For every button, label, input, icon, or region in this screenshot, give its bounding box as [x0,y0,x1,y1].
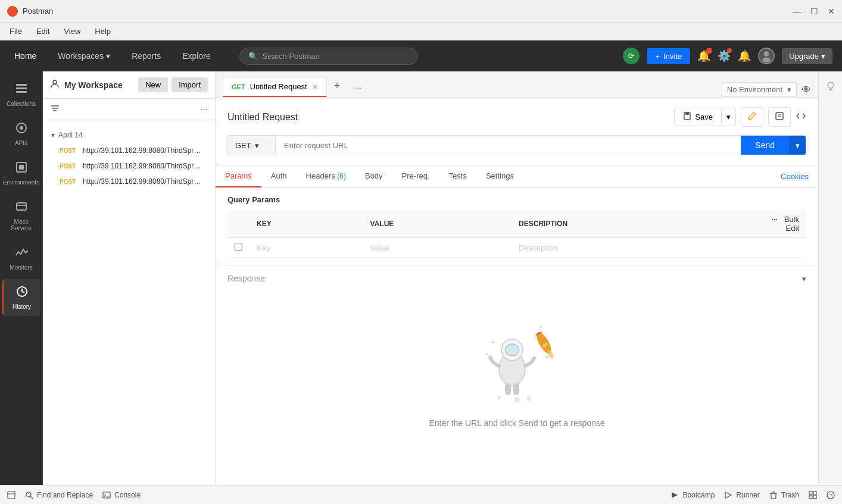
row-key[interactable]: Key [250,238,363,258]
import-button[interactable]: Import [171,77,208,92]
table-row: Key Value Description [227,238,806,258]
response-collapse-button[interactable]: ▾ [802,274,806,283]
method-badge-1: POST [57,162,78,170]
grid-icon[interactable] [809,491,817,499]
menu-file[interactable]: File [7,26,24,37]
method-label: GET [235,141,251,150]
row-check[interactable] [227,238,250,258]
code-icon[interactable] [796,111,806,124]
find-replace-button[interactable]: Find and Replace [25,491,93,499]
apis-label: APIs [15,140,27,146]
menu-edit[interactable]: Edit [34,26,52,37]
help-icon[interactable]: ? [827,491,835,499]
history-item-2[interactable]: POST http://39.101.162.99:8080/ThirdSpri… [43,174,215,189]
history-item-1[interactable]: POST http://39.101.162.99:8080/ThirdSpri… [43,158,215,174]
svg-point-35 [487,353,488,355]
headers-label: Headers [306,171,338,180]
sidebar-item-apis[interactable]: APIs [2,115,40,152]
row-value[interactable]: Value [363,238,512,258]
edit-request-button[interactable] [741,107,763,127]
response-section: Response ▾ [216,265,818,458]
find-replace-label: Find and Replace [37,491,93,499]
tab-close-button[interactable]: ✕ [312,83,318,91]
trash-button[interactable]: Trash [769,491,799,499]
cookies-link[interactable]: Cookies [771,166,818,187]
svg-rect-27 [513,383,519,395]
sidebar-item-mock-servers[interactable]: Mock Servers [2,194,40,237]
method-select[interactable]: GET ▾ [228,136,276,155]
sidebar-item-environments[interactable]: Environments [2,155,40,192]
send-button[interactable]: Send [741,136,789,155]
more-options-icon[interactable]: ··· [771,215,777,224]
nav-home[interactable]: Home [10,49,41,63]
tab-auth[interactable]: Auth [261,165,297,187]
environment-dropdown[interactable]: No Environment ▾ [722,82,797,97]
history-item-0[interactable]: POST http://39.101.162.99:8080/ThirdSpri… [43,143,215,158]
new-tab-button[interactable]: + [327,75,348,97]
save-dropdown-button[interactable]: ▾ [722,108,736,126]
nav-reports[interactable]: Reports [127,49,166,63]
key-placeholder: Key [257,243,270,252]
docs-button[interactable] [768,107,791,127]
send-dropdown-button[interactable]: ▾ [789,136,806,155]
history-collapse-icon[interactable]: ▾ [51,131,55,139]
search-box[interactable]: 🔍 Search Postman [239,48,418,65]
row-description[interactable]: Description [512,238,759,258]
environments-icon [15,161,28,177]
nav-workspaces[interactable]: Workspaces ▾ [53,49,115,63]
key-col-header: KEY [250,210,363,238]
sidebar-item-collections[interactable]: Collections [2,76,40,113]
history-date: ▾ April 14 [43,127,215,143]
mock-servers-label: Mock Servers [6,218,37,231]
settings-badge [727,48,732,53]
save-button[interactable]: Save [674,108,722,126]
tab-headers[interactable]: Headers (6) [297,165,355,187]
env-name: No Environment [727,85,782,94]
workspaces-chevron-icon: ▾ [106,51,110,61]
env-eye-icon[interactable]: 👁 [802,84,811,95]
bootcamp-button[interactable]: Bootcamp [671,491,715,499]
svg-rect-20 [776,112,783,120]
row-checkbox[interactable] [235,243,242,251]
svg-rect-55 [809,496,812,499]
filter-icon[interactable] [50,104,60,115]
new-button[interactable]: New [138,77,168,92]
minimize-button[interactable]: — [793,7,801,16]
settings-icon[interactable]: ⚙️ [718,49,731,62]
response-empty-state: Enter the URL and click Send to get a re… [227,292,806,458]
request-area: Untitled Request Save ▾ [216,98,818,165]
avatar[interactable] [758,48,775,64]
upgrade-button[interactable]: Upgrade ▾ [782,48,832,64]
console-button[interactable]: Console [102,491,141,499]
workspace-title: My Workspace [50,79,123,90]
sidebar-toolbar: ··· [43,99,215,120]
url-input[interactable] [276,136,741,155]
nav-explore[interactable]: Explore [177,49,215,63]
menu-help[interactable]: Help [92,26,113,37]
tab-params[interactable]: Params [216,165,261,187]
close-button[interactable]: ✕ [828,7,835,16]
lightbulb-icon[interactable] [821,76,841,99]
sidebar-more-icon[interactable]: ··· [200,104,208,115]
runner-button[interactable]: Runner [724,491,759,499]
save-icon [683,112,691,122]
tab-bar: GET Untitled Request ✕ + ··· No Environm… [216,71,818,98]
active-tab[interactable]: GET Untitled Request ✕ [223,77,327,97]
tab-more-button[interactable]: ··· [347,78,369,97]
bulk-edit-button[interactable]: Bulk Edit [784,215,799,233]
tab-method: GET [232,83,245,90]
workspace-person-icon [50,79,60,90]
updates-icon[interactable]: 🔔 [738,49,751,62]
sidebar-item-history[interactable]: History [2,279,40,316]
sidebar-item-monitors[interactable]: Monitors [2,240,40,277]
notification-icon[interactable]: 🔔 [697,49,710,62]
tab-tests[interactable]: Tests [439,165,476,187]
tab-body[interactable]: Body [355,165,392,187]
menu-view[interactable]: View [61,26,83,37]
tab-prereq[interactable]: Pre-req. [392,165,439,187]
tab-settings[interactable]: Settings [476,165,523,187]
invite-button[interactable]: + Invite [647,48,690,64]
search-icon: 🔍 [248,52,258,61]
statusbar-layout-icon[interactable] [7,491,15,499]
maximize-button[interactable]: ☐ [810,7,818,16]
